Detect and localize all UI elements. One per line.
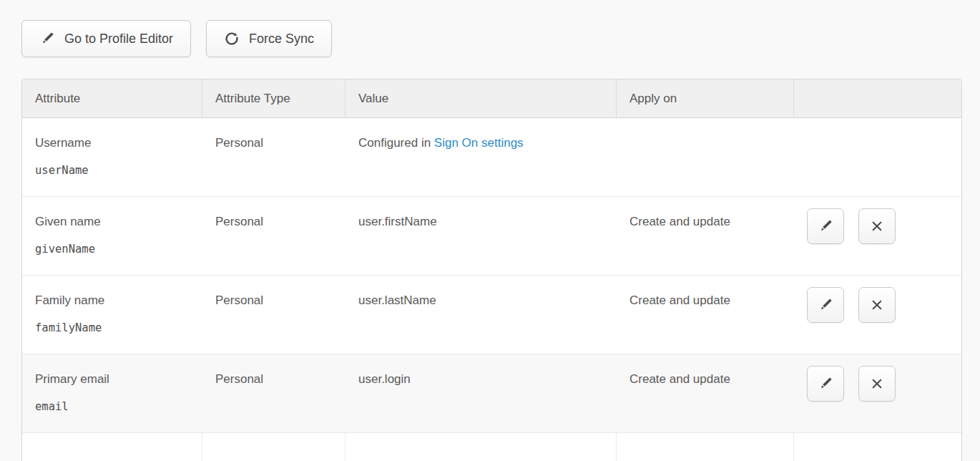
delete-attribute-button[interactable] bbox=[858, 208, 896, 244]
edit-attribute-button[interactable] bbox=[807, 287, 844, 323]
col-header-value: Value bbox=[346, 79, 617, 118]
value-cell: user.login bbox=[346, 354, 617, 433]
value-cell: user.lastName bbox=[346, 276, 617, 354]
pencil-icon bbox=[39, 31, 55, 47]
actions-cell bbox=[794, 276, 961, 354]
force-sync-label: Force Sync bbox=[249, 31, 314, 47]
attribute-cell: Given name givenName bbox=[22, 197, 202, 276]
value-text: user.login bbox=[358, 372, 411, 386]
pencil-icon bbox=[818, 297, 833, 313]
attribute-display-name: Given name bbox=[35, 214, 190, 229]
attribute-variable-name: email bbox=[35, 400, 190, 414]
table-row: Primary email email Personal user.login … bbox=[22, 354, 961, 433]
attribute-display-name: Primary email bbox=[35, 372, 190, 387]
attribute-type-cell: Personal bbox=[202, 354, 346, 433]
attribute-mappings-page: Go to Profile Editor Force Sync Attribut… bbox=[0, 0, 980, 461]
col-header-apply-on: Apply on bbox=[617, 79, 794, 118]
close-icon bbox=[869, 218, 885, 234]
force-sync-button[interactable]: Force Sync bbox=[206, 20, 332, 57]
go-to-profile-editor-button[interactable]: Go to Profile Editor bbox=[21, 20, 191, 57]
attribute-variable-name: givenName bbox=[35, 243, 190, 256]
attribute-cell: Username userName bbox=[22, 118, 202, 197]
attribute-cell: Family name familyName bbox=[22, 276, 202, 354]
attribute-variable-name: familyName bbox=[35, 321, 190, 335]
actions-cell bbox=[794, 354, 961, 433]
edit-attribute-button[interactable] bbox=[807, 208, 844, 244]
value-text: user.lastName bbox=[358, 293, 436, 307]
delete-attribute-button[interactable] bbox=[858, 366, 896, 402]
close-icon bbox=[869, 376, 885, 392]
pencil-icon bbox=[818, 218, 833, 234]
actions-cell bbox=[794, 118, 961, 197]
sign-on-settings-link[interactable]: Sign On settings bbox=[434, 136, 524, 150]
col-header-attribute-type: Attribute Type bbox=[202, 79, 346, 118]
table-partial-row bbox=[22, 433, 961, 461]
apply-on-cell bbox=[617, 118, 794, 197]
attribute-table: Attribute Attribute Type Value Apply on … bbox=[21, 79, 962, 461]
table-row: Family name familyName Personal user.las… bbox=[22, 276, 961, 354]
value-prefix: Configured in bbox=[358, 136, 434, 150]
attribute-variable-name: userName bbox=[35, 164, 190, 178]
actions-cell bbox=[794, 197, 961, 276]
value-cell: user.firstName bbox=[346, 197, 617, 276]
apply-on-cell: Create and update bbox=[617, 276, 794, 354]
value-cell: Configured in Sign On settings bbox=[346, 118, 617, 197]
close-icon bbox=[869, 297, 885, 313]
col-header-actions bbox=[794, 79, 961, 118]
apply-on-cell: Create and update bbox=[617, 197, 794, 276]
attribute-cell: Primary email email bbox=[22, 354, 202, 433]
attribute-type-cell: Personal bbox=[202, 197, 346, 276]
attribute-type-cell: Personal bbox=[202, 118, 346, 197]
refresh-icon bbox=[224, 31, 240, 47]
go-to-profile-editor-label: Go to Profile Editor bbox=[64, 31, 173, 47]
toolbar: Go to Profile Editor Force Sync bbox=[21, 20, 962, 57]
value-text: user.firstName bbox=[358, 215, 437, 228]
col-header-attribute: Attribute bbox=[22, 79, 202, 118]
pencil-icon bbox=[818, 376, 833, 392]
attribute-display-name: Family name bbox=[35, 293, 190, 308]
table-row bbox=[22, 433, 961, 461]
table-body: Username userName Personal Configured in… bbox=[22, 118, 961, 433]
apply-on-cell: Create and update bbox=[617, 354, 794, 433]
table-header: Attribute Attribute Type Value Apply on bbox=[22, 79, 961, 118]
attribute-table-container: Attribute Attribute Type Value Apply on … bbox=[21, 79, 962, 461]
delete-attribute-button[interactable] bbox=[858, 287, 896, 323]
edit-attribute-button[interactable] bbox=[807, 366, 844, 402]
table-row: Given name givenName Personal user.first… bbox=[22, 197, 961, 276]
table-row: Username userName Personal Configured in… bbox=[22, 118, 961, 197]
attribute-display-name: Username bbox=[35, 135, 190, 150]
attribute-type-cell: Personal bbox=[202, 276, 346, 354]
